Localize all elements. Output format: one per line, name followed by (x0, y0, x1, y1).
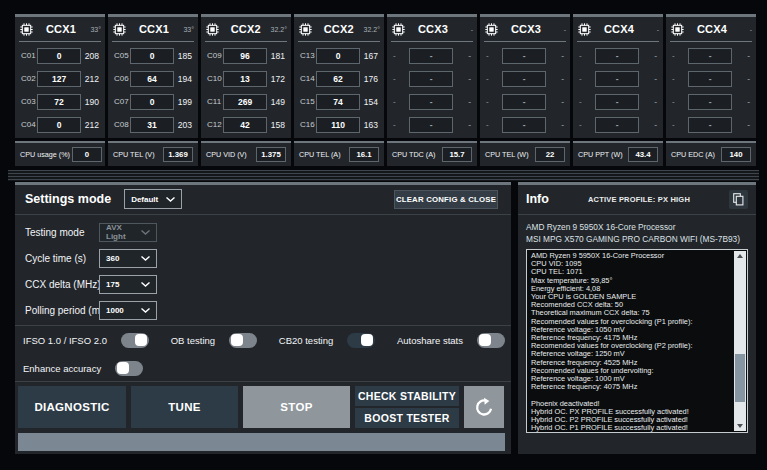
core-row: --- (672, 113, 750, 136)
cpu-chip-icon (298, 21, 314, 37)
toggle-enhance-accuracy[interactable] (115, 361, 143, 376)
ccx-panel-6: CCX3------------- (480, 14, 570, 138)
core-frequency: 176 (360, 74, 378, 84)
core-frequency: - (453, 120, 471, 130)
divider (15, 214, 511, 215)
copy-log-button[interactable] (729, 190, 748, 209)
core-row: --- (672, 67, 750, 90)
refresh-button[interactable] (464, 386, 504, 428)
boost-tester-button[interactable]: BOOST TESTER (355, 408, 459, 428)
core-value-box: - (409, 71, 453, 87)
field-label-testing-mode: Testing mode (25, 227, 99, 238)
core-row: --- (672, 44, 750, 67)
toggle-group-cb20-testing: CB20 testing (279, 333, 375, 348)
core-frequency: 199 (174, 97, 192, 107)
ccx-panel-1: CCX133°C010208C02127212C0372190C040212 (15, 14, 105, 138)
core-label: C14 (300, 74, 316, 83)
core-value-box: 0 (130, 94, 174, 110)
toggle-group-ifso-1-0-ifso-2-0: IFSO 1.0 / IFSO 2.0 (23, 333, 149, 348)
dropdown-value: AVX Light (106, 223, 136, 241)
core-value-box: 127 (37, 71, 81, 87)
core-frequency: - (639, 74, 657, 84)
core-row: C0996181 (207, 44, 285, 67)
toggle-label: CB20 testing (279, 335, 333, 346)
toggle-label: OB testing (171, 335, 215, 346)
cpu-chip-icon (205, 21, 221, 37)
core-frequency: - (639, 120, 657, 130)
core-value-box: - (409, 117, 453, 133)
core-frequency: 190 (81, 97, 99, 107)
scrollbar-down-arrow[interactable] (734, 421, 746, 431)
core-value-box: - (688, 117, 732, 133)
field-label-polling-period-ms: Polling period (ms) (25, 305, 99, 316)
toggle-autoshare-stats[interactable] (477, 333, 505, 348)
dropdown-cycle-time-s[interactable]: 360 (99, 249, 157, 268)
ccx-panel-header: CCX133° (19, 17, 101, 42)
settings-field-row: Testing modeAVX Light (25, 219, 157, 245)
app-window: CCX133°C010208C02127212C0372190C040212CC… (0, 0, 767, 470)
cpu-stat-cpu-tdc-a: CPU TDC (A)15.7 (387, 141, 477, 166)
cpu-stat-cpu-tel-w: CPU TEL (W)22 (480, 141, 570, 166)
settings-mode-dropdown[interactable]: Default (124, 189, 182, 209)
core-frequency: 158 (267, 120, 285, 130)
dropdown-polling-period-ms[interactable]: 1000 (99, 301, 157, 320)
core-row: C0664194 (114, 67, 192, 90)
cpu-stat-cpu-vid-v: CPU VID (V)1.375 (201, 141, 291, 166)
toggle-ifso-1-0-ifso-2-0[interactable] (121, 333, 149, 348)
cpu-chip-icon (391, 21, 407, 37)
core-row: C02127212 (21, 67, 99, 90)
core-value-box: 0 (316, 48, 360, 64)
toggle-cb20-testing[interactable] (347, 333, 375, 348)
stat-label: CPU PPT (W) (578, 150, 626, 159)
core-frequency: 172 (267, 74, 285, 84)
core-row: --- (393, 67, 471, 90)
field-label-cycle-time-s: Cycle time (s) (25, 253, 99, 264)
toggle-ob-testing[interactable] (229, 333, 257, 348)
ccx-panel-4: CCX232.2°C130167C1462176C1574154C1611016… (294, 14, 384, 138)
core-row: --- (579, 113, 657, 136)
cpu-stat-cpu-usage: CPU usage (%)0 (15, 141, 105, 166)
check-stability-button[interactable]: CHECK STABILITY (355, 386, 459, 406)
toggle-group-autoshare-stats: Autoshare stats (397, 333, 505, 348)
clear-config-close-button[interactable]: CLEAR CONFIG & CLOSE (394, 190, 498, 209)
settings-panel: Settings mode Default CLEAR CONFIG & CLO… (15, 182, 511, 454)
diagnostic-button[interactable]: DIAGNOSTIC (18, 386, 126, 428)
cpu-stat-cpu-tel-a: CPU TEL (A)16.1 (294, 141, 384, 166)
ccx-temperature: 33° (180, 26, 194, 33)
core-frequency: 212 (81, 120, 99, 130)
ccx-title: CCX3 (408, 23, 458, 35)
core-row: --- (393, 90, 471, 113)
cpu-chip-icon (19, 21, 35, 37)
core-value-box: 62 (316, 71, 360, 87)
document-copy-icon (733, 193, 744, 206)
stat-label: CPU TEL (V) (113, 150, 161, 159)
log-content: AMD Ryzen 9 5950X 16-Core ProcessorCPU V… (531, 252, 731, 432)
core-row: --- (486, 90, 564, 113)
core-frequency: 181 (267, 51, 285, 61)
cpu-chip-icon (112, 21, 128, 37)
log-scrollbar[interactable] (734, 251, 746, 431)
cpu-chip-icon (670, 21, 686, 37)
ccx-core-rows: ------------ (480, 42, 570, 136)
scrollbar-thumb[interactable] (735, 354, 745, 403)
ccx-temperature: 32.2° (364, 26, 380, 33)
core-frequency: - (732, 74, 750, 84)
toggle-knob (361, 334, 373, 346)
stop-button[interactable]: STOP (243, 386, 350, 428)
tune-button[interactable]: TUNE (131, 386, 238, 428)
dropdown-ccx-delta-mhz[interactable]: 175 (99, 275, 157, 294)
ccx-panel-header: CCX3- (484, 17, 566, 42)
core-frequency: - (546, 97, 564, 107)
ccx-title: CCX4 (687, 23, 737, 35)
scrollbar-up-arrow[interactable] (734, 251, 746, 261)
core-value-box: 13 (223, 71, 267, 87)
core-value-box: 72 (37, 94, 81, 110)
core-label: - (486, 74, 502, 83)
log-textbox[interactable]: AMD Ryzen 9 5950X 16-Core ProcessorCPU V… (526, 249, 748, 433)
toggle-label: IFSO 1.0 / IFSO 2.0 (23, 335, 107, 346)
core-label: - (672, 74, 688, 83)
ccx-panel-3: CCX232.2°C0996181C1013172C11269149C12421… (201, 14, 291, 138)
ccx-panel-2: CCX133°C050185C0664194C070199C0831203 (108, 14, 198, 138)
core-row: C1462176 (300, 67, 378, 90)
core-label: - (579, 74, 595, 83)
